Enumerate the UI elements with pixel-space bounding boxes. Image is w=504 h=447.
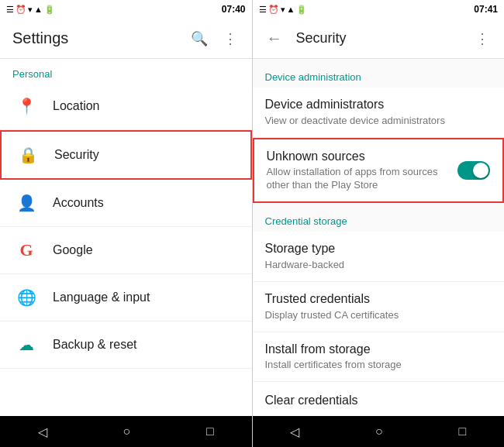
backup-item[interactable]: ☁ Backup & reset [0, 321, 252, 369]
unknown-sources-title: Unknown sources [267, 149, 452, 165]
left-time: 07:40 [222, 4, 246, 15]
install-from-storage-item[interactable]: Install from storage Install certificate… [253, 332, 505, 383]
google-label: Google [53, 243, 93, 257]
right-status-bar: ☰ ⏰ ▾ ▲ 🔋 07:41 [253, 0, 505, 19]
left-panel: ☰ ⏰ ▾ ▲ 🔋 07:40 Settings 🔍 ⋮ Personal 📍 … [0, 0, 252, 447]
back-button[interactable]: ← [259, 23, 290, 54]
search-icon[interactable]: 🔍 [184, 23, 215, 54]
more-options-icon[interactable]: ⋮ [215, 23, 246, 54]
trusted-credentials-title: Trusted credentials [265, 291, 492, 308]
install-from-storage-text: Install from storage Install certificate… [265, 342, 492, 373]
back-nav-btn[interactable]: ◁ [26, 418, 60, 445]
right-home-nav-btn[interactable]: ○ [363, 418, 395, 445]
home-nav-btn[interactable]: ○ [111, 418, 143, 445]
right-back-nav-btn[interactable]: ◁ [278, 418, 312, 445]
unknown-sources-toggle-container [457, 161, 490, 180]
accounts-icon: 👤 [12, 189, 40, 217]
right-panel: ☰ ⏰ ▾ ▲ 🔋 07:41 ← Security ⋮ Device admi… [253, 0, 505, 447]
storage-type-item[interactable]: Storage type Hardware-backed [253, 232, 505, 282]
storage-type-text: Storage type Hardware-backed [265, 241, 492, 272]
device-administrators-title: Device administrators [265, 97, 492, 113]
install-from-storage-title: Install from storage [265, 342, 492, 358]
device-admin-section-header: Device administration [253, 59, 505, 88]
device-administrators-subtitle: View or deactivate device administrators [265, 115, 492, 128]
trusted-credentials-text: Trusted credentials Display trusted CA c… [265, 291, 492, 322]
unknown-sources-subtitle: Allow installation of apps from sources … [267, 166, 452, 192]
wifi-icon: ▲ [34, 5, 43, 14]
backup-label: Backup & reset [53, 338, 137, 352]
right-battery-icon: 🔋 [296, 5, 307, 15]
right-wifi-icon: ▲ [287, 5, 295, 14]
left-nav-bar: ◁ ○ □ [0, 416, 252, 447]
left-toolbar: Settings 🔍 ⋮ [0, 19, 252, 59]
clear-credentials-text: Clear credentials [265, 393, 492, 411]
backup-icon: ☁ [12, 331, 40, 359]
settings-title: Settings [6, 29, 184, 47]
clear-credentials-item[interactable]: Clear credentials [253, 382, 505, 416]
device-administrators-item[interactable]: Device administrators View or deactivate… [253, 88, 505, 138]
google-icon: G [12, 236, 40, 264]
right-recents-nav-btn[interactable]: □ [446, 418, 478, 445]
unknown-sources-toggle[interactable] [457, 161, 490, 180]
battery-icon: 🔋 [44, 5, 55, 15]
right-time: 07:41 [474, 4, 498, 15]
security-item[interactable]: 🔒 Security [0, 130, 252, 180]
google-item[interactable]: G Google [0, 227, 252, 274]
alarm-icon: ☰ [6, 5, 14, 15]
location-label: Location [53, 99, 100, 113]
clear-credentials-title: Clear credentials [265, 393, 492, 409]
location-icon: 📍 [12, 92, 40, 120]
right-more-options-icon[interactable]: ⋮ [467, 23, 498, 54]
security-icon: 🔒 [14, 141, 42, 169]
storage-type-subtitle: Hardware-backed [265, 259, 492, 272]
location-item[interactable]: 📍 Location [0, 83, 252, 130]
unknown-sources-item[interactable]: Unknown sources Allow installation of ap… [253, 138, 505, 204]
recents-nav-btn[interactable]: □ [194, 418, 226, 445]
device-administrators-text: Device administrators View or deactivate… [265, 97, 492, 128]
right-alarm-icon: ☰ [259, 5, 267, 15]
storage-type-title: Storage type [265, 241, 492, 257]
toggle-knob [473, 163, 488, 178]
language-icon: 🌐 [12, 284, 40, 311]
left-status-bar: ☰ ⏰ ▾ ▲ 🔋 07:40 [0, 0, 252, 19]
right-nav-bar: ◁ ○ □ [253, 416, 505, 447]
settings-list: Personal 📍 Location 🔒 Security 👤 Account… [0, 59, 252, 416]
accounts-item[interactable]: 👤 Accounts [0, 180, 252, 227]
signal-icon: ▾ [28, 5, 33, 15]
credential-storage-section-header: Credential storage [253, 203, 505, 232]
clock-icon: ⏰ [16, 5, 26, 15]
trusted-credentials-subtitle: Display trusted CA certificates [265, 309, 492, 322]
security-page-title: Security [290, 30, 468, 46]
trusted-credentials-item[interactable]: Trusted credentials Display trusted CA c… [253, 282, 505, 332]
install-from-storage-subtitle: Install certificates from storage [265, 359, 492, 372]
language-item[interactable]: 🌐 Language & input [0, 274, 252, 321]
right-toolbar: ← Security ⋮ [253, 19, 505, 59]
language-label: Language & input [53, 291, 150, 304]
accounts-label: Accounts [53, 196, 104, 210]
left-status-icons: ☰ ⏰ ▾ ▲ 🔋 [6, 5, 55, 15]
right-clock-icon: ⏰ [268, 5, 279, 15]
right-status-icons: ☰ ⏰ ▾ ▲ 🔋 [259, 5, 308, 15]
right-signal-icon: ▾ [281, 5, 285, 15]
security-label: Security [54, 148, 99, 162]
unknown-sources-text: Unknown sources Allow installation of ap… [267, 149, 452, 193]
personal-section-header: Personal [0, 59, 252, 83]
security-list: Device administration Device administrat… [253, 59, 505, 416]
